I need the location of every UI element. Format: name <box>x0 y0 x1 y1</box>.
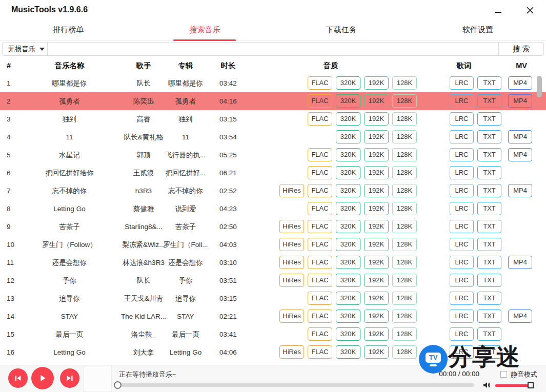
volume-slider-thumb[interactable] <box>528 382 534 388</box>
quality-button-flac[interactable]: FLAC <box>308 94 332 108</box>
lyrics-button-lrc[interactable]: LRC <box>450 292 474 305</box>
quality-button-flac[interactable]: FLAC <box>308 202 332 215</box>
quality-button-128k[interactable]: 128K <box>392 327 417 341</box>
quality-button-192k[interactable]: 192K <box>364 327 389 341</box>
table-row[interactable]: 10罗生门（Follow）梨冻紧&Wiz...罗生门（Foll...04:03H… <box>0 236 546 254</box>
quality-button-128k[interactable]: 128K <box>392 202 417 215</box>
quality-button-320k[interactable]: 320K <box>336 76 360 90</box>
quality-button-flac[interactable]: FLAC <box>308 112 332 126</box>
quality-button-192k[interactable]: 192K <box>364 292 389 305</box>
table-row[interactable]: 8Letting Go蔡健雅说到爱04:23FLAC320K192K128KLR… <box>0 200 546 218</box>
lyrics-button-txt[interactable]: TXT <box>477 220 501 233</box>
lyrics-button-lrc[interactable]: LRC <box>450 256 474 269</box>
quality-button-flac[interactable]: FLAC <box>308 166 332 179</box>
quality-button-128k[interactable]: 128K <box>392 166 417 179</box>
lyrics-button-txt[interactable]: TXT <box>477 148 501 161</box>
quality-button-320k[interactable]: 320K <box>336 202 360 215</box>
play-button[interactable] <box>31 367 54 389</box>
table-row[interactable]: 12予你队长予你03:51HiResFLAC320K192K128KLRCTXT <box>0 272 546 290</box>
lyrics-button-txt[interactable]: TXT <box>477 112 501 126</box>
next-track-button[interactable] <box>60 368 79 388</box>
quality-button-128k[interactable]: 128K <box>392 292 417 305</box>
table-row[interactable]: 14STAYThe Kid LAR...STAY02:21HiResFLAC32… <box>0 307 546 325</box>
quality-button-128k[interactable]: 128K <box>392 112 417 126</box>
table-row[interactable]: 5水星记郭顶飞行器的执...05:25FLAC320K192K128KLRCTX… <box>0 146 546 164</box>
quality-button-flac[interactable]: FLAC <box>308 148 332 161</box>
lyrics-button-lrc[interactable]: LRC <box>450 166 474 179</box>
quality-button-320k[interactable]: 320K <box>336 94 360 108</box>
progress-slider-thumb[interactable] <box>114 381 122 389</box>
quality-button-192k[interactable]: 192K <box>364 345 389 359</box>
tab-download-tasks[interactable]: 下载任务 <box>273 19 410 40</box>
lyrics-button-lrc[interactable]: LRC <box>450 310 474 323</box>
tab-search-music[interactable]: 搜索音乐 <box>136 19 273 40</box>
quality-button-128k[interactable]: 128K <box>392 345 417 359</box>
search-button[interactable]: 搜 索 <box>498 43 543 55</box>
quality-button-192k[interactable]: 192K <box>364 112 389 126</box>
quality-button-hires[interactable]: HiRes <box>279 220 304 233</box>
tab-settings[interactable]: 软件设置 <box>410 19 546 40</box>
quality-button-hires[interactable]: HiRes <box>279 310 304 323</box>
quality-button-320k[interactable]: 320K <box>336 148 360 161</box>
table-row[interactable]: 6把回忆拼好给你王贰浪把回忆拼好...06:21FLAC320K192K128K… <box>0 164 546 182</box>
quality-button-192k[interactable]: 192K <box>364 310 389 323</box>
quality-button-320k[interactable]: 320K <box>336 310 360 323</box>
lyrics-button-lrc[interactable]: LRC <box>450 202 474 215</box>
quality-button-320k[interactable]: 320K <box>336 166 360 179</box>
quality-button-flac[interactable]: FLAC <box>308 220 332 233</box>
lyrics-button-txt[interactable]: TXT <box>477 94 501 108</box>
quality-button-192k[interactable]: 192K <box>364 148 389 161</box>
lyrics-button-txt[interactable]: TXT <box>477 184 501 197</box>
quality-button-192k[interactable]: 192K <box>364 202 389 215</box>
mv-button-mp4[interactable]: MP4 <box>508 310 532 323</box>
lyrics-button-lrc[interactable]: LRC <box>450 130 474 143</box>
lyrics-button-txt[interactable]: TXT <box>477 310 501 323</box>
quality-button-320k[interactable]: 320K <box>336 256 360 269</box>
quality-button-flac[interactable]: FLAC <box>308 292 332 305</box>
quality-button-192k[interactable]: 192K <box>364 130 389 143</box>
quality-button-hires[interactable]: HiRes <box>279 274 304 287</box>
quality-button-128k[interactable]: 128K <box>392 130 417 143</box>
quality-button-flac[interactable]: FLAC <box>308 256 332 269</box>
table-row[interactable]: 11还是会想你林达浪&h3R3还是会想你03:10HiResFLAC320K19… <box>0 254 546 272</box>
quality-button-320k[interactable]: 320K <box>336 130 360 143</box>
lyrics-button-txt[interactable]: TXT <box>477 130 501 143</box>
table-row[interactable]: 7忘不掉的你h3R3忘不掉的你02:52HiResFLAC320K192K128… <box>0 182 546 200</box>
mv-button-mp4[interactable]: MP4 <box>508 94 532 108</box>
quality-button-128k[interactable]: 128K <box>392 310 417 323</box>
lyrics-button-txt[interactable]: TXT <box>477 76 501 90</box>
quality-button-320k[interactable]: 320K <box>336 184 360 197</box>
lyrics-button-lrc[interactable]: LRC <box>450 94 474 108</box>
lyrics-button-lrc[interactable]: LRC <box>450 76 474 90</box>
lyrics-button-lrc[interactable]: LRC <box>450 238 474 251</box>
table-row[interactable]: 9苦茶子Starling8&...苦茶子02:50HiResFLAC320K19… <box>0 218 546 236</box>
lyrics-button-lrc[interactable]: LRC <box>450 112 474 126</box>
quality-button-flac[interactable]: FLAC <box>308 310 332 323</box>
lyrics-button-txt[interactable]: TXT <box>477 256 501 269</box>
quality-button-192k[interactable]: 192K <box>364 166 389 179</box>
scrollbar-thumb[interactable] <box>537 76 542 97</box>
quality-button-128k[interactable]: 128K <box>392 238 417 251</box>
table-row[interactable]: 1哪里都是你队长哪里都是你03:42FLAC320K192K128KLRCTXT… <box>0 74 546 92</box>
mute-checkbox[interactable] <box>500 371 507 378</box>
lyrics-button-lrc[interactable]: LRC <box>450 148 474 161</box>
table-row[interactable]: 15最后一页洛尘鞅_最后一页03:41FLAC320K192K128KLRCTX… <box>0 325 546 343</box>
quality-button-128k[interactable]: 128K <box>392 256 417 269</box>
lyrics-button-lrc[interactable]: LRC <box>450 327 474 341</box>
quality-button-192k[interactable]: 192K <box>364 76 389 90</box>
quality-button-192k[interactable]: 192K <box>364 94 389 108</box>
lyrics-button-txt[interactable]: TXT <box>477 238 501 251</box>
quality-button-flac[interactable]: FLAC <box>308 274 332 287</box>
quality-button-hires[interactable]: HiRes <box>279 345 304 359</box>
quality-button-320k[interactable]: 320K <box>336 327 360 341</box>
quality-button-320k[interactable]: 320K <box>336 292 360 305</box>
quality-button-320k[interactable]: 320K <box>336 345 360 359</box>
quality-button-320k[interactable]: 320K <box>336 112 360 126</box>
quality-button-flac[interactable]: FLAC <box>308 238 332 251</box>
quality-button-192k[interactable]: 192K <box>364 184 389 197</box>
lyrics-button-txt[interactable]: TXT <box>477 292 501 305</box>
quality-button-192k[interactable]: 192K <box>364 256 389 269</box>
mv-button-mp4[interactable]: MP4 <box>508 256 532 269</box>
quality-button-hires[interactable]: HiRes <box>279 256 304 269</box>
lyrics-button-txt[interactable]: TXT <box>477 166 501 179</box>
